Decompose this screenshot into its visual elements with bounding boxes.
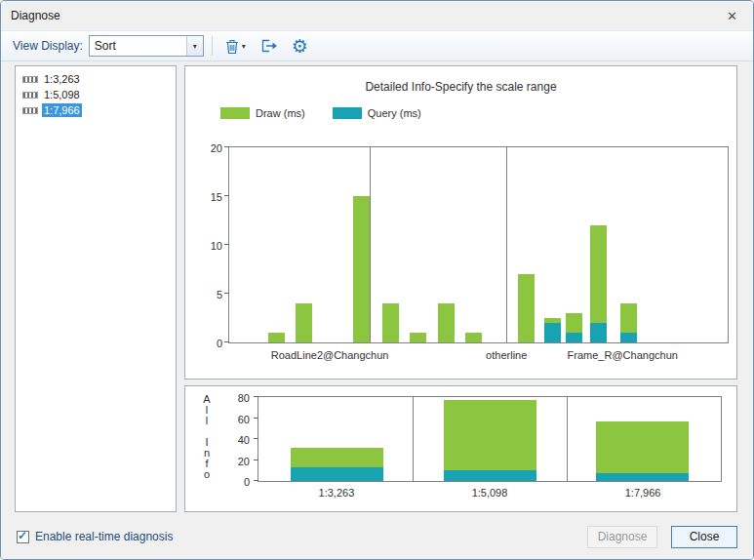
toolbar: View Display: Sort ▾ ▾ [1,30,753,61]
content-area: 1:3,2631:5,0981:7,966 Detailed Info-Spec… [1,61,753,514]
chevron-down-icon[interactable]: ▾ [186,36,203,56]
bar [353,196,370,342]
titlebar: Diagnose ✕ [1,1,753,30]
bar [518,274,535,342]
tree-item[interactable]: 1:5,098 [16,87,176,102]
bar [291,448,383,481]
view-display-select[interactable]: Sort ▾ [89,35,204,57]
realtime-checkbox[interactable]: ✓ [17,531,29,543]
y-axis-labels: 05101520 [189,146,226,343]
scale-bar-icon [22,107,38,114]
realtime-checkbox-row: ✓ Enable real-time diagnosis [17,530,574,543]
query-color-swatch [333,107,362,119]
settings-button[interactable]: ⚙ [288,34,312,59]
view-display-label: View Display: [13,39,83,53]
toolbar-separator [212,36,213,56]
view-display-value: Sort [90,39,186,53]
diagnose-button[interactable]: Diagnose [587,526,657,548]
legend-item-draw: Draw (ms) [220,107,305,119]
bar [566,313,582,342]
delete-dropdown-arrow-icon[interactable]: ▾ [242,42,246,51]
detail-chart-panel: Detailed Info-Specify the scale range Dr… [184,65,737,380]
tree-item-label: 1:3,263 [42,72,82,86]
close-button[interactable]: Close [671,526,737,548]
bar [544,318,561,342]
legend-label: Draw (ms) [256,107,305,119]
bar [444,400,536,481]
tree-item[interactable]: 1:7,966 [16,102,176,118]
tree-item-label: 1:5,098 [42,88,82,101]
export-button[interactable] [256,35,282,57]
bar [296,303,312,342]
y-axis-title: All Info [201,394,213,480]
bar [620,303,637,342]
scale-bar-icon [22,76,38,83]
bar [590,225,607,342]
tree-item[interactable]: 1:3,263 [16,71,176,87]
detail-plot [228,146,729,343]
draw-color-swatch [220,107,250,119]
chart-legend: Draw (ms) Query (ms) [220,107,421,119]
scale-bar-icon [22,92,38,99]
bar [596,421,689,481]
legend-item-query: Query (ms) [333,107,421,119]
export-icon [259,38,278,54]
scale-tree[interactable]: 1:3,2631:5,0981:7,966 [15,65,177,512]
bar [438,303,455,342]
x-axis-labels: 1:3,2631:5,0981:7,966 [258,487,722,502]
diagnose-dialog: Diagnose ✕ View Display: Sort ▾ ▾ [0,0,754,560]
summary-chart-panel: All Info 020406080 1:3,2631:5,0981:7,966 [184,385,737,512]
close-icon[interactable]: ✕ [721,7,743,25]
bar [268,333,285,342]
bar [410,333,426,342]
x-axis-labels: RoadLine2@ChangchunotherlineFrame_R@Chan… [228,349,729,365]
window-title: Diagnose [11,9,721,22]
realtime-checkbox-label: Enable real-time diagnosis [35,530,173,543]
summary-plot [258,396,722,482]
tree-item-label: 1:7,966 [42,103,82,117]
trash-icon [224,38,240,55]
legend-label: Query (ms) [368,107,421,119]
chart-title: Detailed Info-Specify the scale range [185,80,736,94]
footer-bar: ✓ Enable real-time diagnosis Diagnose Cl… [1,514,753,559]
bar [465,333,482,342]
y-axis-labels: 020406080 [215,396,254,482]
delete-button[interactable]: ▾ [220,35,250,58]
bar [382,303,399,342]
gear-icon: ⚙ [292,37,308,56]
check-icon: ✓ [18,529,27,542]
